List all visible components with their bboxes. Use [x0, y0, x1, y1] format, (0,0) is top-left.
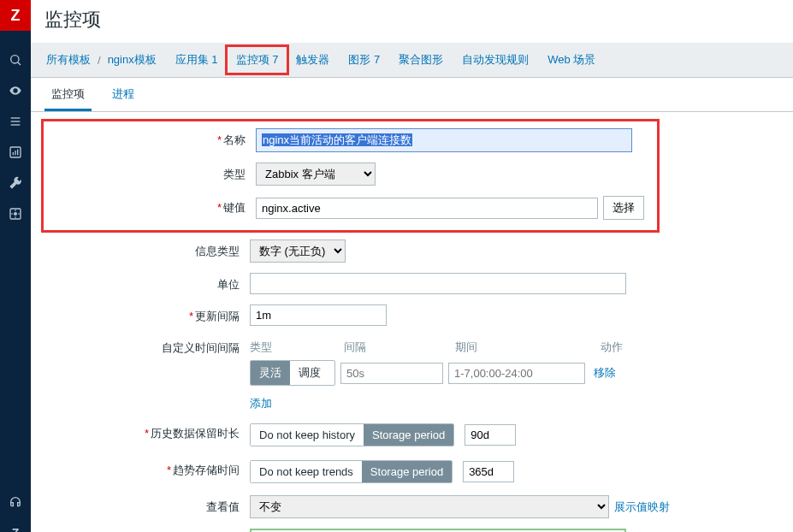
gear-icon[interactable]: [0, 198, 31, 229]
list-icon[interactable]: [0, 106, 31, 137]
main-content: 监控项 所有模板 / nginx模板 应用集 1 监控项 7 触发器 图形 7 …: [31, 0, 793, 532]
nav-discovery[interactable]: 自动发现规则: [462, 52, 529, 68]
ci-remove-link[interactable]: 移除: [594, 365, 616, 381]
ci-flexible-pill[interactable]: 灵活: [251, 361, 290, 385]
breadcrumb-template[interactable]: nginx模板: [108, 52, 157, 68]
unit-label: 单位: [44, 273, 250, 293]
ci-action-header: 动作: [601, 336, 623, 358]
show-value-select[interactable]: 不变: [250, 495, 609, 518]
name-label: *名称: [50, 128, 256, 148]
update-interval-input[interactable]: [250, 304, 387, 326]
nav-web[interactable]: Web 场景: [547, 52, 595, 68]
form: *名称 nginx当前活动的客户端连接数 类型 Zabbix 客户端 *键值 选: [31, 112, 793, 532]
ci-period-input[interactable]: [448, 363, 585, 384]
type-label: 类型: [50, 163, 256, 182]
unit-input[interactable]: [250, 273, 626, 294]
nav-triggers[interactable]: 触发器: [296, 52, 329, 68]
key-input[interactable]: [256, 198, 598, 219]
chart-icon[interactable]: [0, 137, 31, 168]
select-button[interactable]: 选择: [603, 196, 644, 220]
sidebar: Z Z ?: [0, 0, 31, 532]
logo[interactable]: Z: [0, 0, 31, 31]
ci-scheduling-pill[interactable]: 调度: [290, 361, 329, 385]
ci-period-header: 期间: [455, 336, 601, 358]
trends-value-input[interactable]: [463, 461, 514, 482]
trends-toggle: Do not keep trends Storage period: [250, 460, 453, 483]
name-input[interactable]: nginx当前活动的客户端连接数: [256, 128, 632, 152]
info-type-select[interactable]: 数字 (无正负): [250, 239, 346, 263]
svg-rect-8: [17, 150, 18, 156]
new-app-label: 新的应用集: [44, 529, 250, 532]
breadcrumb-all-templates[interactable]: 所有模板: [46, 52, 91, 68]
key-label: *键值: [50, 196, 256, 216]
svg-point-10: [14, 212, 17, 216]
show-value-label: 查看值: [44, 495, 250, 515]
info-type-label: 信息类型: [44, 239, 250, 259]
name-key-highlight: *名称 nginx当前活动的客户端连接数 类型 Zabbix 客户端 *键值 选: [41, 119, 660, 233]
history-nokeep[interactable]: Do not keep history: [251, 424, 364, 446]
show-value-map-link[interactable]: 展示值映射: [614, 499, 670, 515]
svg-point-0: [11, 56, 19, 63]
trends-nokeep[interactable]: Do not keep trends: [251, 461, 362, 482]
ci-type-header: 类型: [250, 336, 344, 358]
svg-rect-7: [15, 151, 15, 155]
svg-line-1: [18, 62, 21, 65]
tabs: 监控项 进程: [31, 78, 793, 112]
tab-item[interactable]: 监控项: [44, 78, 92, 111]
history-storage[interactable]: Storage period: [364, 424, 453, 446]
type-select[interactable]: Zabbix 客户端: [256, 163, 376, 186]
ci-interval-header: 间隔: [344, 336, 455, 358]
history-toggle: Do not keep history Storage period: [250, 423, 454, 446]
update-interval-label: *更新间隔: [44, 304, 250, 324]
ci-type-toggle: 灵活 调度: [250, 360, 335, 386]
breadcrumb: 所有模板 / nginx模板 应用集 1 监控项 7 触发器 图形 7 聚合图形…: [31, 43, 793, 78]
ci-add-link[interactable]: 添加: [250, 397, 272, 410]
eye-icon[interactable]: [0, 75, 31, 106]
new-app-input[interactable]: [250, 529, 626, 532]
tab-process[interactable]: 进程: [105, 78, 141, 111]
ci-delay-input[interactable]: [340, 363, 443, 384]
breadcrumb-sep: /: [98, 54, 101, 67]
custom-interval-label: 自定义时间间隔: [44, 336, 250, 356]
nav-app-sets[interactable]: 应用集 1: [175, 52, 218, 68]
nav-items[interactable]: 监控项 7: [236, 53, 279, 66]
nav-screens[interactable]: 聚合图形: [399, 52, 443, 68]
trends-label: *趋势存储时间: [44, 458, 250, 478]
history-label: *历史数据保留时长: [44, 422, 250, 441]
nav-graphs[interactable]: 图形 7: [348, 52, 380, 68]
page-title: 监控项: [31, 0, 793, 43]
history-value-input[interactable]: [465, 424, 516, 446]
nav-items-highlight: 监控项 7: [225, 44, 290, 75]
wrench-icon[interactable]: [0, 168, 31, 198]
svg-rect-6: [13, 152, 14, 155]
search-icon[interactable]: [0, 44, 31, 75]
headset-icon[interactable]: [0, 487, 31, 517]
trends-storage[interactable]: Storage period: [362, 461, 452, 482]
z-icon[interactable]: Z: [0, 517, 31, 532]
